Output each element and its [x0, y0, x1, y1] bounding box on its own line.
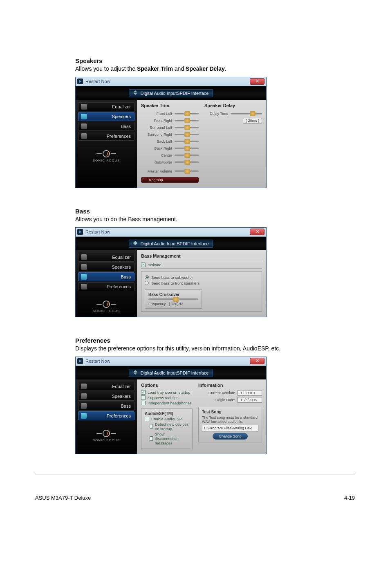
regroup-button[interactable]: Regroup [141, 177, 199, 183]
sidebar-item-speakers[interactable]: Speakers [78, 112, 134, 121]
sidebar-item-equalizer[interactable]: Equalizer [78, 102, 134, 111]
speaker-delay-title: Speaker Delay [204, 103, 262, 108]
chk-label: Suppress tool tips [148, 395, 179, 400]
tab-icon [81, 114, 87, 119]
sidebar-item-preferences[interactable]: Preferences [78, 282, 134, 291]
front-left-slider[interactable] [175, 113, 199, 114]
speaker-trim-title: Speaker Trim [141, 103, 199, 108]
tab-icon [81, 284, 87, 290]
subwoofer-slider[interactable] [175, 162, 199, 163]
titlebar: Restart Now ✕ [76, 357, 266, 366]
digital-input-selector[interactable]: Digital Audio InputSPDIF Interface [129, 240, 213, 248]
send-bass-subwoofer-radio[interactable] [145, 275, 149, 279]
bass-crossover-title: Bass Crossover [148, 292, 198, 297]
digital-input-label: Digital Audio InputSPDIF Interface [141, 241, 209, 246]
spinner-icon[interactable] [133, 370, 138, 376]
preferences-heading: Preferences [75, 337, 345, 344]
digital-input-selector[interactable]: Digital Audio InputSPDIF Interface [129, 89, 213, 97]
slider-label: Master Volume [141, 169, 172, 173]
bass-desc: Allows you to do the Bass management. [75, 215, 345, 223]
preferences-window: Restart Now ✕ Digital Audio InputSPDIF I… [75, 357, 267, 454]
sidebar: Equalizer Speakers Bass Preferences SONI… [76, 379, 137, 454]
sidebar-item-bass[interactable]: Bass [78, 122, 134, 131]
surround-right-slider[interactable] [175, 134, 199, 135]
load-tray-checkbox[interactable] [141, 390, 146, 395]
delay-time-label: Delay Time [204, 112, 228, 116]
sidebar-item-label: Preferences [107, 134, 131, 139]
restart-icon [77, 229, 83, 235]
delay-time-value: ( 20ms ) [243, 118, 262, 123]
activate-checkbox[interactable] [141, 263, 146, 267]
chk-label: Independent headphones [148, 401, 192, 405]
tab-icon [81, 384, 87, 389]
close-button[interactable]: ✕ [250, 229, 264, 235]
send-bass-front-radio[interactable] [145, 281, 149, 285]
surround-left-slider[interactable] [175, 127, 199, 128]
information-title: Information [198, 383, 262, 388]
footer-left: ASUS M3A79-T Deluxe [35, 495, 91, 501]
master-volume-slider[interactable] [175, 171, 199, 172]
footer-rule [35, 474, 355, 474]
independent-headphones-checkbox[interactable] [141, 401, 146, 405]
close-button[interactable]: ✕ [250, 78, 264, 85]
sidebar-item-label: Equalizer [112, 104, 131, 109]
show-disconnect-checkbox[interactable] [150, 436, 153, 441]
test-song-path: C:\Program Files\Analog Dev [202, 425, 258, 431]
activate-label: Activate [148, 263, 161, 267]
sonic-focus-logo: SONIC FOCUS [78, 150, 134, 162]
sidebar-item-equalizer[interactable]: Equalizer [78, 253, 134, 262]
tab-icon [81, 403, 87, 409]
tab-icon [81, 393, 87, 399]
sidebar-item-bass[interactable]: Bass [78, 272, 134, 281]
back-right-slider[interactable] [175, 148, 199, 149]
delay-time-slider[interactable] [231, 113, 262, 114]
audioesp-title: AudioESP(TM) [145, 411, 189, 416]
center-slider[interactable] [175, 155, 199, 156]
slider-label: Surround Right [141, 132, 172, 137]
slider-label: Surround Left [141, 126, 172, 130]
slider-label: Front Right [141, 119, 172, 123]
back-left-slider[interactable] [175, 141, 199, 142]
window-title: Restart Now [85, 229, 110, 234]
enable-audioesp-checkbox[interactable] [145, 417, 149, 421]
suppress-tips-checkbox[interactable] [141, 395, 146, 400]
spinner-icon[interactable] [133, 241, 138, 247]
sidebar-item-equalizer[interactable]: Equalizer [78, 382, 134, 391]
chk-label: Load tray icon on startup [148, 390, 191, 395]
test-song-title: Test Song [202, 410, 258, 414]
test-song-desc: The Test song must be a standard WAV for… [202, 415, 258, 424]
options-title: Options [141, 383, 193, 388]
digital-input-label: Digital Audio InputSPDIF Interface [141, 91, 209, 96]
change-song-button[interactable]: Change Song [213, 433, 247, 440]
digital-input-label: Digital Audio InputSPDIF Interface [141, 370, 209, 375]
close-button[interactable]: ✕ [250, 358, 264, 364]
crossover-slider[interactable] [148, 298, 198, 300]
sidebar-item-preferences[interactable]: Preferences [78, 132, 134, 141]
page-footer: ASUS M3A79-T Deluxe 4-19 [0, 477, 390, 501]
tab-icon [81, 264, 87, 270]
titlebar: Restart Now ✕ [76, 77, 266, 86]
sidebar-item-speakers[interactable]: Speakers [78, 263, 134, 272]
sonic-focus-logo: SONIC FOCUS [78, 429, 134, 442]
chk-label: Detect new devices on startup [155, 422, 189, 431]
detect-devices-checkbox[interactable] [150, 424, 153, 429]
sidebar-item-speakers[interactable]: Speakers [78, 392, 134, 401]
footer-right: 4-19 [344, 495, 355, 501]
slider-label: Back Right [141, 146, 172, 150]
text: and [173, 65, 186, 72]
logo-text: SONIC FOCUS [93, 309, 120, 313]
titlebar: Restart Now ✕ [76, 228, 266, 237]
sidebar-item-bass[interactable]: Bass [78, 402, 134, 411]
tab-icon [81, 123, 87, 129]
sidebar-item-preferences[interactable]: Preferences [78, 411, 134, 420]
preferences-panel: Options Load tray icon on startup Suppre… [137, 379, 266, 454]
digital-input-selector[interactable]: Digital Audio InputSPDIF Interface [129, 369, 213, 377]
chk-label: Show disconnection messages [155, 432, 189, 445]
spinner-icon[interactable] [133, 90, 138, 96]
speakers-desc: Allows you to adjust the Speaker Trim an… [75, 65, 345, 73]
text: . [225, 65, 226, 72]
sidebar-item-label: Bass [121, 274, 131, 279]
restart-icon [77, 79, 83, 84]
front-right-slider[interactable] [175, 120, 199, 121]
tab-icon [81, 254, 87, 260]
